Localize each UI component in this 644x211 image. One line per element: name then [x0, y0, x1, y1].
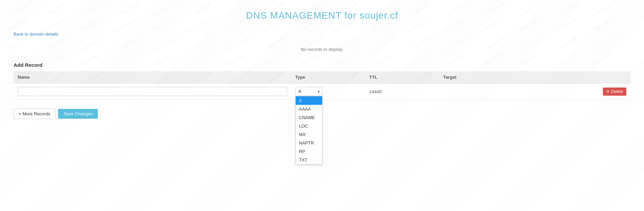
dropdown-option-mx[interactable]: MX	[296, 130, 322, 139]
type-select[interactable]: AAAAACNAMELOCMXNAPTRRPTXT	[295, 87, 323, 96]
plus-icon: +	[19, 111, 21, 116]
add-record-title: Add Record	[14, 62, 630, 68]
add-record-section: Add Record Name Type TTL Target	[0, 59, 644, 103]
table-row: AAAAACNAMELOCMXNAPTRRPTXT ▼ AAAAACNAMELO…	[14, 83, 630, 100]
col-header-name: Name	[14, 71, 291, 83]
back-to-domain-link[interactable]: Back to domain details	[14, 32, 58, 37]
page-header: DNS MANAGEMENT for soujer.cf	[0, 0, 644, 28]
dropdown-option-naptr[interactable]: NAPTR	[296, 139, 322, 147]
back-link-container: Back to domain details	[0, 28, 644, 43]
col-header-action	[562, 71, 630, 83]
delete-label: Delete	[611, 89, 623, 94]
dropdown-option-aaaa[interactable]: AAAA	[296, 105, 322, 113]
dropdown-option-txt[interactable]: TXT	[296, 156, 322, 164]
page-title: DNS MANAGEMENT for soujer.cf	[7, 10, 637, 21]
more-records-button[interactable]: + More Records	[14, 109, 55, 119]
delete-icon: ✕	[606, 89, 610, 94]
type-cell: AAAAACNAMELOCMXNAPTRRPTXT ▼ AAAAACNAMELO…	[291, 83, 365, 100]
dns-table: Name Type TTL Target A	[14, 71, 630, 100]
ttl-value: 14440	[369, 89, 382, 94]
table-header: Name Type TTL Target	[14, 71, 630, 83]
type-select-wrapper: AAAAACNAMELOCMXNAPTRRPTXT ▼ AAAAACNAMELO…	[295, 87, 323, 96]
dropdown-option-rp[interactable]: RP	[296, 147, 322, 156]
dropdown-option-a[interactable]: A	[296, 96, 322, 105]
name-input[interactable]	[18, 87, 287, 96]
save-changes-label: Save Changes	[64, 111, 92, 116]
ttl-cell: 14440	[365, 83, 439, 100]
type-dropdown: AAAAACNAMELOCMXNAPTRRPTXT	[295, 96, 323, 165]
col-header-ttl: TTL	[365, 71, 439, 83]
more-records-label: More Records	[22, 111, 50, 116]
action-cell: ✕Delete	[562, 83, 630, 100]
delete-button[interactable]: ✕Delete	[603, 88, 626, 96]
no-records-message: No records to display.	[0, 43, 644, 59]
save-changes-button[interactable]: Save Changes	[58, 109, 98, 119]
dropdown-option-loc[interactable]: LOC	[296, 122, 322, 130]
target-cell	[439, 83, 562, 100]
dropdown-option-cname[interactable]: CNAME	[296, 113, 322, 122]
name-cell	[14, 83, 291, 100]
col-header-type: Type	[291, 71, 365, 83]
col-header-target: Target	[439, 71, 562, 83]
